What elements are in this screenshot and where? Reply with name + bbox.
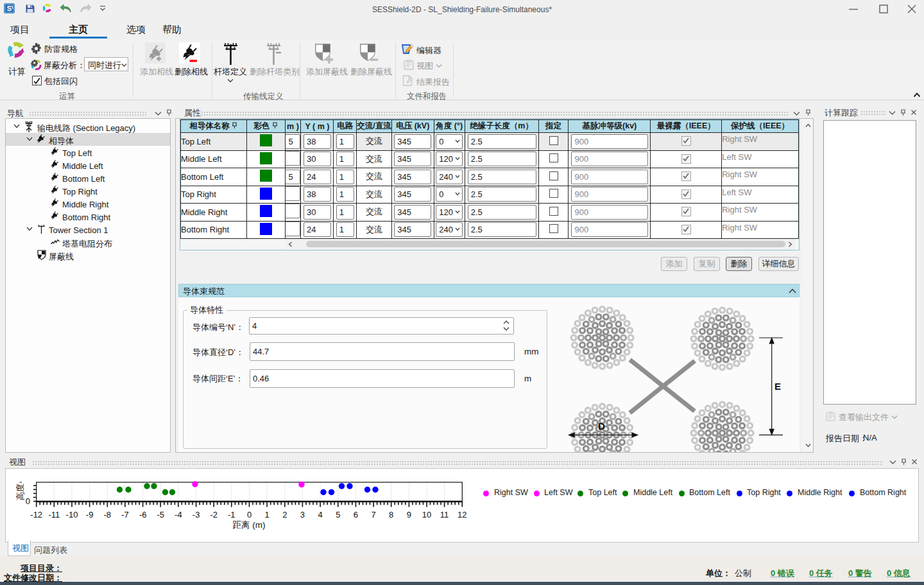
- svg-text:7: 7: [371, 510, 375, 520]
- svg-text:高度: 高度: [15, 484, 25, 500]
- svg-text:9: 9: [407, 510, 411, 520]
- svg-text:-11: -11: [48, 510, 60, 520]
- svg-text:-2: -2: [210, 510, 218, 520]
- svg-text:-3: -3: [193, 510, 200, 520]
- svg-text:-6: -6: [139, 510, 147, 520]
- svg-text:距离 (m): 距离 (m): [233, 520, 266, 530]
- svg-text:11: 11: [440, 510, 449, 520]
- svg-text:-5: -5: [157, 510, 164, 520]
- svg-text:6: 6: [354, 510, 358, 520]
- svg-text:-7: -7: [121, 510, 129, 520]
- svg-text:-4: -4: [175, 510, 182, 520]
- svg-text:4: 4: [318, 510, 322, 520]
- svg-text:3: 3: [300, 510, 305, 520]
- svg-text:0: 0: [26, 496, 30, 506]
- svg-text:D: D: [598, 421, 605, 432]
- svg-text:-9: -9: [86, 510, 94, 520]
- svg-text:-10: -10: [66, 510, 78, 520]
- svg-text:2: 2: [282, 510, 287, 520]
- svg-text:E: E: [774, 381, 781, 392]
- svg-text:-8: -8: [104, 510, 112, 520]
- svg-text:12: 12: [458, 510, 466, 520]
- svg-text:S: S: [7, 4, 12, 12]
- svg-text:5: 5: [336, 510, 340, 520]
- svg-text:0: 0: [247, 510, 252, 520]
- svg-text:-1: -1: [228, 510, 235, 520]
- svg-text:8: 8: [389, 510, 393, 520]
- svg-text:-12: -12: [30, 510, 42, 520]
- svg-text:1: 1: [264, 510, 269, 520]
- svg-text:10: 10: [422, 510, 431, 520]
